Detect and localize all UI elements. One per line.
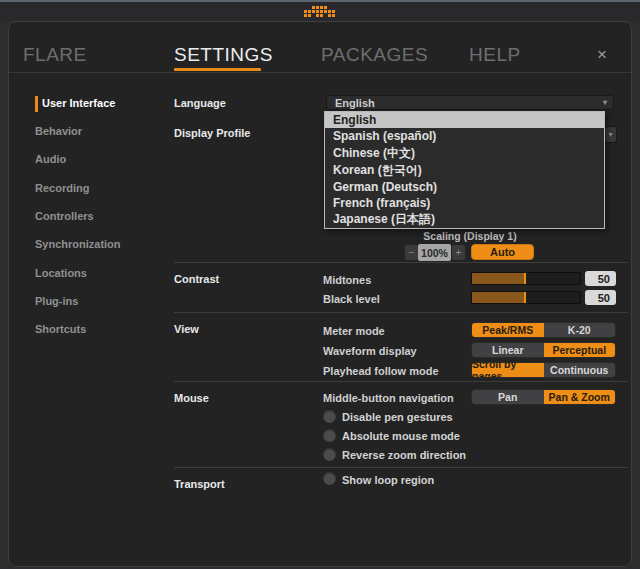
language-option-japanese[interactable]: Japanese (日本語) — [325, 211, 604, 228]
close-icon[interactable]: × — [597, 45, 607, 65]
sidebar-item-audio[interactable]: Audio — [35, 153, 66, 165]
language-label: Language — [174, 97, 226, 109]
middle-button-navigation-label: Middle-button navigation — [323, 392, 454, 404]
settings-dialog: FLARE SETTINGS PACKAGES HELP × User Inte… — [8, 21, 632, 567]
section-divider — [174, 312, 628, 313]
language-option-chinese[interactable]: Chinese (中文) — [325, 145, 604, 162]
playhead-follow-label: Playhead follow mode — [323, 365, 439, 377]
middle-button-navigation-toggle: Pan Pan & Zoom — [471, 389, 616, 405]
sidebar-item-user-interface[interactable]: User Interface — [42, 97, 115, 109]
sidebar-item-shortcuts[interactable]: Shortcuts — [35, 323, 86, 335]
sidebar-item-synchronization[interactable]: Synchronization — [35, 238, 121, 250]
scaling-decrement-button[interactable]: − — [405, 245, 418, 260]
meter-mode-label: Meter mode — [323, 325, 385, 337]
language-option-english[interactable]: English — [325, 112, 604, 128]
app-logo-icon — [304, 6, 335, 17]
disable-pen-gestures-label: Disable pen gestures — [342, 411, 453, 423]
reverse-zoom-direction-label: Reverse zoom direction — [342, 449, 466, 461]
language-option-french[interactable]: French (français) — [325, 195, 604, 211]
midtones-slider-fill — [472, 273, 526, 284]
contrast-section-label: Contrast — [174, 273, 219, 285]
sidebar-selected-accent — [35, 96, 38, 112]
tab-help[interactable]: HELP — [469, 44, 521, 66]
scaling-label: Scaling (Display 1) — [374, 230, 566, 242]
sidebar-item-behavior[interactable]: Behavior — [35, 125, 82, 137]
scaling-value[interactable]: 100% — [418, 244, 451, 261]
chevron-down-icon: ▾ — [603, 98, 607, 107]
meter-mode-option-k20[interactable]: K-20 — [544, 323, 616, 337]
middle-button-option-pan[interactable]: Pan — [472, 390, 544, 404]
section-divider — [174, 467, 628, 468]
meter-mode-option-peak-rms[interactable]: Peak/RMS — [472, 323, 544, 337]
show-loop-region-label: Show loop region — [342, 474, 434, 486]
meter-mode-toggle: Peak/RMS K-20 — [471, 322, 616, 338]
language-select-value: English — [335, 97, 375, 109]
mouse-section-label: Mouse — [174, 392, 209, 404]
black-level-label: Black level — [323, 293, 380, 305]
display-profile-select-chevron-icon[interactable]: ▾ — [604, 126, 617, 143]
language-select[interactable]: English ▾ — [326, 95, 614, 110]
midtones-label: Midtones — [323, 274, 371, 286]
transport-section-label: Transport — [174, 478, 225, 490]
waveform-display-label: Waveform display — [323, 345, 417, 357]
middle-button-option-pan-zoom[interactable]: Pan & Zoom — [544, 390, 616, 404]
sidebar-item-recording[interactable]: Recording — [35, 182, 89, 194]
absolute-mouse-mode-checkbox[interactable] — [323, 429, 336, 442]
window-titlebar — [0, 2, 640, 21]
playhead-option-scroll-by-pages[interactable]: Scroll by pages — [472, 363, 544, 377]
absolute-mouse-mode-label: Absolute mouse mode — [342, 430, 460, 442]
playhead-follow-toggle: Scroll by pages Continuous — [471, 362, 616, 378]
sidebar-item-locations[interactable]: Locations — [35, 267, 87, 279]
sidebar-item-controllers[interactable]: Controllers — [35, 210, 94, 222]
black-level-slider-fill — [472, 292, 526, 303]
language-option-german[interactable]: German (Deutsch) — [325, 179, 604, 195]
black-level-slider[interactable] — [471, 291, 581, 304]
active-tab-underline — [174, 68, 261, 71]
section-divider — [174, 262, 628, 263]
waveform-display-toggle: Linear Perceptual — [471, 342, 616, 358]
view-section-label: View — [174, 323, 199, 335]
waveform-option-perceptual[interactable]: Perceptual — [544, 343, 616, 357]
waveform-option-linear[interactable]: Linear — [472, 343, 544, 357]
scaling-auto-button[interactable]: Auto — [471, 244, 534, 260]
black-level-value[interactable]: 50 — [585, 290, 616, 305]
language-dropdown-popup: English Spanish (español) Chinese (中文) K… — [324, 111, 605, 229]
sidebar-item-plug-ins[interactable]: Plug-ins — [35, 295, 78, 307]
tab-packages[interactable]: PACKAGES — [321, 44, 428, 66]
show-loop-region-checkbox[interactable] — [323, 472, 336, 485]
tabs-divider — [9, 72, 631, 73]
tab-flare[interactable]: FLARE — [23, 44, 87, 66]
language-option-spanish[interactable]: Spanish (español) — [325, 128, 604, 144]
language-option-korean[interactable]: Korean (한국어) — [325, 162, 604, 179]
midtones-value[interactable]: 50 — [585, 271, 616, 286]
tab-settings[interactable]: SETTINGS — [174, 44, 273, 66]
display-profile-label: Display Profile — [174, 127, 250, 139]
reverse-zoom-direction-checkbox[interactable] — [323, 448, 336, 461]
playhead-option-continuous[interactable]: Continuous — [544, 363, 616, 377]
scaling-increment-button[interactable]: + — [452, 245, 465, 260]
disable-pen-gestures-checkbox[interactable] — [323, 410, 336, 423]
section-divider — [174, 381, 628, 382]
midtones-slider[interactable] — [471, 272, 581, 285]
